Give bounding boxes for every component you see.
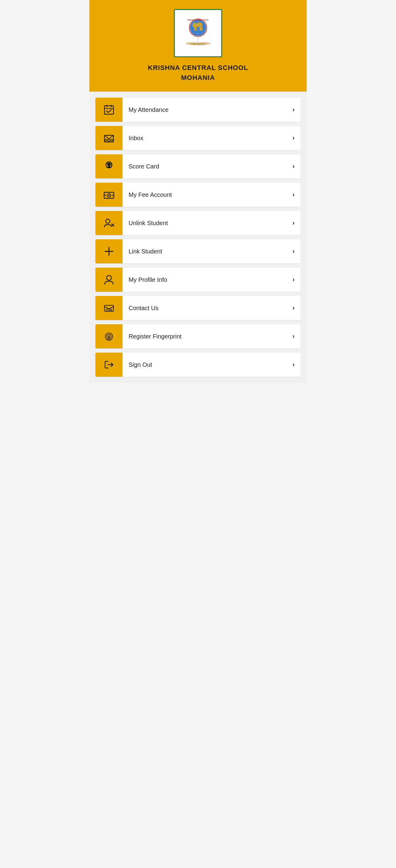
fingerprint-icon xyxy=(95,324,122,348)
school-name: KRISHNA CENTRAL SCHOOL MOHANIA xyxy=(148,63,248,83)
profile-icon xyxy=(95,268,122,292)
scorecard-icon xyxy=(95,154,122,179)
menu-item-contact[interactable]: Contact Us › xyxy=(95,296,301,320)
svg-rect-20 xyxy=(107,167,111,168)
menu-item-signout[interactable]: Sign Out › xyxy=(95,352,301,377)
fingerprint-label: Register Fingerprint xyxy=(122,333,286,340)
svg-point-34 xyxy=(107,276,111,280)
svg-point-5 xyxy=(199,27,203,31)
attendance-arrow: › xyxy=(286,106,301,114)
unlink-arrow: › xyxy=(286,219,301,227)
link-icon xyxy=(95,239,122,264)
fee-icon xyxy=(95,183,122,207)
profile-label: My Profile Info xyxy=(122,276,286,283)
svg-text:KRISHNA CENTRAL SCHOOL: KRISHNA CENTRAL SCHOOL xyxy=(188,19,209,21)
attendance-icon xyxy=(95,98,122,122)
inbox-icon xyxy=(95,126,122,150)
contact-arrow: › xyxy=(286,304,301,312)
link-label: Link Student xyxy=(122,248,286,255)
scorecard-label: Score Card xyxy=(122,163,286,170)
svg-rect-36 xyxy=(106,309,109,310)
school-logo: KRISHNA CENTRAL SCHOOL xyxy=(174,9,222,57)
svg-point-27 xyxy=(105,195,106,196)
link-arrow: › xyxy=(286,247,301,255)
contact-icon xyxy=(95,296,122,320)
fingerprint-arrow: › xyxy=(286,333,301,340)
menu-item-attendance[interactable]: My Attendance › xyxy=(95,98,301,122)
scorecard-arrow: › xyxy=(286,162,301,170)
svg-rect-13 xyxy=(105,106,113,114)
inbox-arrow: › xyxy=(286,134,301,142)
menu-item-fee[interactable]: My Fee Account › xyxy=(95,183,301,207)
signout-label: Sign Out xyxy=(122,361,286,368)
svg-point-28 xyxy=(112,195,113,196)
profile-arrow: › xyxy=(286,276,301,284)
menu-item-link[interactable]: Link Student › xyxy=(95,239,301,264)
inbox-label: Inbox xyxy=(122,135,286,142)
menu-item-scorecard[interactable]: Score Card › xyxy=(95,154,301,179)
svg-point-26 xyxy=(108,195,110,196)
svg-rect-37 xyxy=(109,309,112,310)
menu-item-profile[interactable]: My Profile Info › xyxy=(95,268,301,292)
contact-label: Contact Us xyxy=(122,305,286,312)
svg-rect-38 xyxy=(109,310,112,311)
svg-point-29 xyxy=(106,219,110,223)
svg-point-23 xyxy=(111,165,112,166)
signout-icon xyxy=(95,352,122,377)
menu-item-inbox[interactable]: Inbox › xyxy=(95,126,301,150)
app-header: KRISHNA CENTRAL SCHOOL KRISHNA CENTRAL S… xyxy=(89,0,307,92)
fee-arrow: › xyxy=(286,191,301,198)
menu-list: My Attendance › Inbox › xyxy=(89,92,307,383)
unlink-icon xyxy=(95,211,122,235)
menu-item-fingerprint[interactable]: Register Fingerprint › xyxy=(95,324,301,348)
attendance-label: My Attendance xyxy=(122,106,286,113)
unlink-label: Unlink Student xyxy=(122,220,286,227)
menu-item-unlink[interactable]: Unlink Student › xyxy=(95,211,301,235)
signout-arrow: › xyxy=(286,361,301,369)
fee-label: My Fee Account xyxy=(122,191,286,198)
